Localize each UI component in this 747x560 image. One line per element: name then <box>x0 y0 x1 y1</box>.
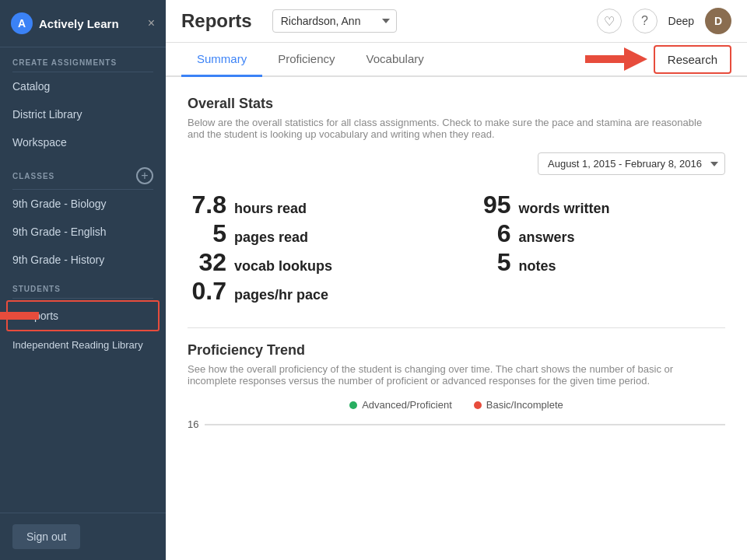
stat-label-pages-read: pages read <box>234 229 308 246</box>
help-icon[interactable]: ? <box>633 9 658 33</box>
stat-label-notes: notes <box>519 258 556 275</box>
stat-row-pages-read: 5 pages read <box>188 219 441 248</box>
basic-dot-icon <box>474 401 482 409</box>
tab-summary[interactable]: Summary <box>181 43 262 77</box>
stat-row-notes: 5 notes <box>472 248 726 277</box>
stat-label-hours-read: hours read <box>234 201 307 217</box>
sidebar-logo: A Actively Learn <box>11 12 119 34</box>
proficiency-trend-section: Proficiency Trend See how the overall pr… <box>188 327 725 430</box>
svg-marker-1 <box>585 47 647 71</box>
proficiency-title: Proficiency Trend <box>188 342 725 359</box>
avatar: D <box>705 8 731 34</box>
chart-legend: Advanced/Proficient Basic/Incomplete <box>188 399 725 411</box>
create-assignments-label: CREATE ASSIGNMENTS <box>0 47 166 72</box>
classes-label: CLASSES <box>12 172 54 180</box>
legend-label-basic: Basic/Incomplete <box>486 399 563 411</box>
stat-number-vocab-lookups: 32 <box>188 248 226 277</box>
sidebar-item-history[interactable]: 9th Grade - History <box>0 246 166 274</box>
sign-out-button[interactable]: Sign out <box>12 524 80 549</box>
stat-label-words-written: words written <box>519 201 610 217</box>
app-logo-icon: A <box>11 12 33 34</box>
stat-label-pace: pages/hr pace <box>234 287 328 303</box>
sidebar-item-catalog[interactable]: Catalog <box>0 72 166 100</box>
sidebar: A Actively Learn × CREATE ASSIGNMENTS Ca… <box>0 0 166 560</box>
tab-proficiency[interactable]: Proficiency <box>262 43 350 77</box>
student-selector[interactable]: Richardson, Ann <box>272 9 397 33</box>
chart-area: 16 <box>188 418 725 430</box>
sidebar-item-english[interactable]: 9th Grade - English <box>0 218 166 246</box>
sidebar-item-biology[interactable]: 9th Grade - Biology <box>0 190 166 218</box>
legend-item-basic: Basic/Incomplete <box>474 399 563 411</box>
sidebar-item-workspace[interactable]: Workspace <box>0 128 166 156</box>
sidebar-header: A Actively Learn × <box>0 0 166 47</box>
stats-grid: 7.8 hours read 5 pages read 32 vocab loo… <box>188 191 725 306</box>
stat-label-vocab-lookups: vocab lookups <box>234 258 332 275</box>
add-class-button[interactable]: + <box>136 167 153 184</box>
logo-letter: A <box>18 17 26 30</box>
stat-number-words-written: 95 <box>472 191 511 219</box>
chart-baseline <box>205 424 725 425</box>
sidebar-item-independent-reading[interactable]: Independent Reading Library <box>0 333 166 359</box>
advanced-dot-icon <box>349 401 357 409</box>
username-label: Deep <box>668 15 694 27</box>
students-label: STUDENTS <box>0 274 166 298</box>
tabs-bar: Summary Proficiency Vocabulary Research <box>166 43 747 77</box>
stat-number-pace: 0.7 <box>188 277 226 306</box>
overall-stats-section: Overall Stats Below are the overall stat… <box>188 96 725 306</box>
stat-row-answers: 6 answers <box>472 219 726 248</box>
close-icon[interactable]: × <box>148 16 155 30</box>
stat-number-hours-read: 7.8 <box>188 191 226 219</box>
stat-number-answers: 6 <box>472 219 511 248</box>
reports-row: Reports <box>0 299 166 333</box>
sidebar-bottom: Sign out <box>0 513 166 560</box>
topbar-right: ♡ ? Deep D <box>597 8 731 34</box>
tab-vocabulary[interactable]: Vocabulary <box>351 43 440 77</box>
proficiency-description: See how the overall proficiency of the s… <box>188 363 717 387</box>
stat-number-notes: 5 <box>472 248 511 277</box>
stat-row-words-written: 95 words written <box>472 191 726 219</box>
date-range-row: August 1, 2015 - February 8, 2016 <box>188 152 725 175</box>
overall-stats-title: Overall Stats <box>188 96 725 112</box>
stat-row-hours-read: 7.8 hours read <box>188 191 441 219</box>
favorite-icon[interactable]: ♡ <box>597 9 622 33</box>
stat-row-vocab-lookups: 32 vocab lookups <box>188 248 441 277</box>
topbar: Reports Richardson, Ann ♡ ? Deep D <box>166 0 747 43</box>
stats-left-column: 7.8 hours read 5 pages read 32 vocab loo… <box>188 191 441 306</box>
left-red-arrow-icon <box>0 304 39 327</box>
right-red-arrow-icon <box>585 47 647 71</box>
tab-research[interactable]: Research <box>654 45 731 74</box>
chart-y-label: 16 <box>188 418 205 430</box>
stat-label-answers: answers <box>519 229 575 246</box>
main-content: Reports Richardson, Ann ♡ ? Deep D Summa… <box>166 0 747 560</box>
classes-section-header: CLASSES + <box>0 156 166 189</box>
page-title: Reports <box>181 10 252 32</box>
app-name: Actively Learn <box>39 17 119 30</box>
content-area: Overall Stats Below are the overall stat… <box>166 77 747 560</box>
stats-right-column: 95 words written 6 answers 5 notes <box>472 191 726 306</box>
sidebar-item-district-library[interactable]: District Library <box>0 100 166 128</box>
date-range-selector[interactable]: August 1, 2015 - February 8, 2016 <box>538 152 725 175</box>
legend-label-advanced: Advanced/Proficient <box>362 399 452 411</box>
legend-item-advanced: Advanced/Proficient <box>349 399 452 411</box>
overall-stats-description: Below are the overall statistics for all… <box>188 117 717 140</box>
stat-number-pages-read: 5 <box>188 219 226 248</box>
svg-marker-0 <box>0 304 39 327</box>
research-tab-wrapper: Research <box>585 43 731 75</box>
left-arrow-annotation <box>0 304 39 327</box>
stat-row-pace: 0.7 pages/hr pace <box>188 277 441 306</box>
